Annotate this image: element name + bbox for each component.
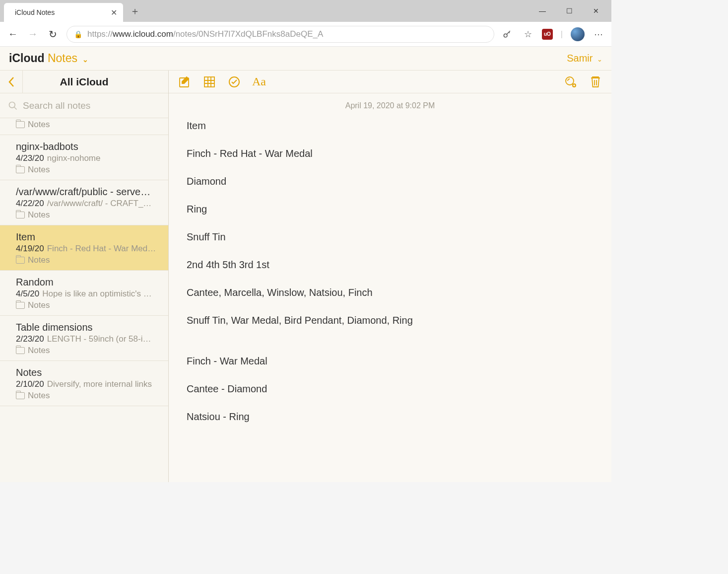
note-list-item[interactable]: Item4/19/20Finch - Red Hat - War Med…Not… xyxy=(0,225,168,271)
note-item-title: Random xyxy=(16,277,160,288)
svg-point-1 xyxy=(9,102,15,108)
favorite-icon[interactable]: ☆ xyxy=(522,29,534,40)
folder-icon xyxy=(16,347,25,354)
folder-icon xyxy=(16,166,25,173)
sidebar-title: All iCloud xyxy=(23,76,168,88)
note-date: April 19, 2020 at 9:02 PM xyxy=(187,101,594,110)
browser-tab[interactable]: iCloud Notes ✕ xyxy=(4,3,123,22)
tab-strip: iCloud Notes ✕ ＋ — ☐ ✕ xyxy=(0,0,611,22)
tab-close-icon[interactable]: ✕ xyxy=(111,8,117,17)
ublock-icon[interactable]: uO xyxy=(542,29,553,40)
format-icon[interactable]: Aa xyxy=(252,75,266,89)
folder-icon xyxy=(16,302,25,309)
note-list-item[interactable]: /var/www/craft/public - serve…4/22/20/va… xyxy=(0,180,168,225)
note-item-folder: Notes xyxy=(16,346,160,356)
reload-button[interactable]: ↻ xyxy=(47,28,59,40)
sidebar: All iCloud Notesnginx-badbots4/23/20ngin… xyxy=(0,71,169,482)
folder-icon xyxy=(16,212,25,218)
tab-title: iCloud Notes xyxy=(15,8,106,16)
app-body: All iCloud Notesnginx-badbots4/23/20ngin… xyxy=(0,71,611,482)
browser-toolbar: ← → ↻ 🔒 https://www.icloud.com/notes/0NS… xyxy=(0,22,611,47)
note-line: Snuff Tin, War Medal, Bird Pendant, Diam… xyxy=(187,314,594,327)
note-item-sub: 4/23/20nginx-nohome xyxy=(16,153,160,163)
search-input[interactable] xyxy=(23,100,160,111)
note-list-item[interactable]: Random4/5/20Hope is like an optimistic's… xyxy=(0,271,168,316)
content-toolbar: Aa xyxy=(169,71,611,93)
compose-icon[interactable] xyxy=(178,75,192,89)
note-line: Cantee, Marcella, Winslow, Natsiou, Finc… xyxy=(187,286,594,299)
note-line: Finch - Red Hat - War Medal xyxy=(187,147,594,160)
close-window-button[interactable]: ✕ xyxy=(589,7,603,15)
note-line: Finch - War Medal xyxy=(187,355,594,367)
address-bar[interactable]: 🔒 https://www.icloud.com/notes/0NSrH7l7X… xyxy=(66,26,494,43)
user-name: Samir xyxy=(567,53,593,64)
separator: | xyxy=(561,30,563,39)
user-menu[interactable]: Samir ⌄ xyxy=(567,53,602,64)
note-item-folder: Notes xyxy=(16,210,160,220)
svg-point-5 xyxy=(566,77,574,85)
key-icon[interactable] xyxy=(502,29,514,39)
note-line: Cantee - Diamond xyxy=(187,382,594,395)
note-list-item[interactable]: nginx-badbots4/23/20nginx-nohomeNotes xyxy=(0,135,168,180)
sidebar-header: All iCloud xyxy=(0,71,168,93)
lock-icon: 🔒 xyxy=(74,30,82,38)
folder-icon xyxy=(16,392,25,399)
note-list-item[interactable]: Notes2/10/20Diversify, more internal lin… xyxy=(0,361,168,406)
share-icon[interactable] xyxy=(564,75,578,89)
profile-avatar[interactable] xyxy=(571,27,585,41)
note-item-sub: 2/23/20LENGTH - 59inch (or 58-i… xyxy=(16,334,160,344)
note-line: Natsiou - Ring xyxy=(187,410,594,423)
note-item-sub: 4/19/20Finch - Red Hat - War Med… xyxy=(16,244,160,254)
sidebar-back-button[interactable] xyxy=(0,71,23,93)
note-item-title: nginx-badbots xyxy=(16,141,160,152)
note-item-title: Table dimensions xyxy=(16,322,160,333)
search-bar[interactable] xyxy=(0,93,168,118)
grid-icon[interactable] xyxy=(202,75,216,89)
note-item-folder: Notes xyxy=(16,165,160,175)
app-header: iCloud Notes ⌄ Samir ⌄ xyxy=(0,47,611,71)
chevron-down-icon: ⌄ xyxy=(597,56,602,63)
note-list-item[interactable]: Notes xyxy=(0,120,168,135)
note-item-folder: Notes xyxy=(16,391,160,401)
note-text[interactable]: ItemFinch - Red Hat - War MedalDiamondRi… xyxy=(187,119,594,423)
note-item-folder: Notes xyxy=(16,300,160,310)
minimize-button[interactable]: — xyxy=(535,7,550,15)
note-list: Notesnginx-badbots4/23/20nginx-nohomeNot… xyxy=(0,118,168,482)
new-tab-button[interactable]: ＋ xyxy=(123,4,147,18)
note-content: Aa April 19, 2020 at 9:02 PM ItemFinch -… xyxy=(169,71,611,482)
checklist-icon[interactable] xyxy=(227,75,241,89)
note-item-title: Item xyxy=(16,231,160,243)
note-item-folder: Notes xyxy=(16,255,160,265)
folder-icon xyxy=(16,121,25,128)
search-icon xyxy=(8,101,18,111)
window-controls: — ☐ ✕ xyxy=(535,7,611,15)
note-line: Ring xyxy=(187,203,594,215)
brand-dropdown[interactable]: iCloud Notes ⌄ xyxy=(9,52,88,65)
more-menu-icon[interactable]: ⋯ xyxy=(593,29,604,40)
note-line: 2nd 4th 5th 3rd 1st xyxy=(187,258,594,271)
svg-point-0 xyxy=(504,34,507,37)
note-line: Diamond xyxy=(187,175,594,188)
forward-button[interactable]: → xyxy=(27,28,39,40)
icloud-notes-app: iCloud Notes ⌄ Samir ⌄ All iCloud N xyxy=(0,47,611,482)
note-list-item[interactable]: Table dimensions2/23/20LENGTH - 59inch (… xyxy=(0,316,168,361)
brand-notes: Notes xyxy=(48,52,77,65)
folder-icon xyxy=(16,257,25,264)
note-item-sub: 4/22/20/var/www/craft/ - CRAFT_… xyxy=(16,199,160,209)
note-item-title: /var/www/craft/public - serve… xyxy=(16,186,160,198)
trash-icon[interactable] xyxy=(589,75,602,89)
note-item-sub: 2/10/20Diversify, more internal links xyxy=(16,379,160,389)
maximize-button[interactable]: ☐ xyxy=(562,7,577,15)
brand-icloud: iCloud xyxy=(9,52,45,65)
note-item-title: Notes xyxy=(16,367,160,378)
note-body[interactable]: April 19, 2020 at 9:02 PM ItemFinch - Re… xyxy=(169,93,611,482)
note-line: Item xyxy=(187,119,594,132)
note-line xyxy=(187,342,594,355)
note-line: Snuff Tin xyxy=(187,230,594,243)
browser-chrome: iCloud Notes ✕ ＋ — ☐ ✕ ← → ↻ 🔒 https://w… xyxy=(0,0,611,47)
note-item-folder: Notes xyxy=(16,120,160,130)
svg-rect-3 xyxy=(204,77,214,87)
note-item-sub: 4/5/20Hope is like an optimistic's … xyxy=(16,289,160,299)
url-text: https://www.icloud.com/notes/0NSrH7l7XdQ… xyxy=(87,29,323,39)
back-button[interactable]: ← xyxy=(7,28,19,40)
